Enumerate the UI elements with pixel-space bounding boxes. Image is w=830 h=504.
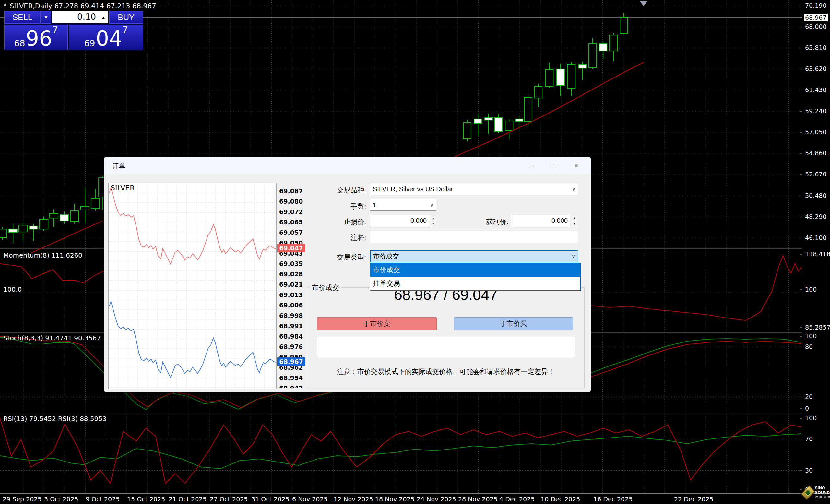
spin-down-icon[interactable]: ▼: [429, 221, 437, 227]
time-axis-label: 24 Nov 2025: [417, 496, 456, 503]
dropdown-option-market[interactable]: 市价成交: [370, 263, 580, 277]
ladder-price: 68.976: [279, 343, 303, 350]
ladder-price: 69.080: [279, 198, 303, 205]
collapse-arrow-icon[interactable]: ▲: [3, 1, 7, 7]
price-axis-label: 50.480: [805, 192, 826, 199]
time-axis-label: 31 Oct 2025: [251, 496, 289, 503]
candle-body: [81, 207, 89, 210]
ladder-price: 69.028: [279, 271, 303, 278]
ask-price-box[interactable]: 69 04 7: [69, 25, 143, 50]
candle-body: [485, 118, 492, 120]
one-click-trade-panel: SELL ▼ ▲ BUY 68 96 7 69 04 7: [4, 11, 143, 50]
minimize-button[interactable]: –: [522, 157, 542, 175]
comment-input[interactable]: [370, 230, 578, 243]
sell-by-market-button[interactable]: 于市价卖: [317, 317, 437, 330]
symbol-select-value: SILVER, Silver vs US Dollar: [373, 186, 453, 193]
ask-price-badge: 69.047: [277, 244, 305, 252]
price-axis-label: 46.100: [805, 234, 826, 241]
dialog-titlebar[interactable]: 订单 – □ ×: [104, 157, 591, 175]
price-axis[interactable]: 70.19068.96768.00065.81063.62061.43059.2…: [802, 0, 830, 493]
price-axis-label: 48.290: [805, 213, 826, 220]
ask-big: 04: [96, 30, 122, 48]
candle-body: [545, 70, 553, 87]
takeprofit-spin-buttons[interactable]: ▲ ▼: [570, 215, 578, 227]
time-axis-label: 12 Nov 2025: [333, 496, 373, 503]
order-type-value: 市价成交: [373, 252, 399, 261]
candle-body: [515, 119, 523, 122]
stoch-indicator-label: Stoch(8,3,3) 91.4741 90.3567: [3, 334, 101, 342]
takeprofit-spinner[interactable]: 0.000 ▲ ▼: [511, 215, 578, 227]
sell-button[interactable]: SELL: [4, 11, 40, 24]
order-type-field-label: 交易类型:: [314, 253, 366, 262]
time-axis-label: 16 Dec 2025: [593, 496, 633, 503]
order-result-box: [317, 336, 575, 358]
close-button[interactable]: ×: [566, 157, 586, 175]
candle-body: [463, 123, 471, 139]
price-axis-label: 59.240: [805, 107, 826, 115]
dialog-title: 订单: [112, 161, 125, 170]
candle-body: [91, 198, 99, 209]
order-type-select[interactable]: 市价成交 ∨: [370, 250, 578, 262]
candle-body: [599, 44, 607, 51]
candle-body: [19, 225, 27, 232]
chevron-down-icon: ∨: [572, 253, 575, 259]
time-axis-label: 22 Dec 2025: [674, 496, 713, 503]
current-price-tag: 68.967: [804, 13, 828, 22]
ladder-price: 69.006: [279, 302, 303, 309]
time-axis-label: 27 Oct 2025: [210, 496, 248, 503]
buy-button[interactable]: BUY: [109, 11, 143, 24]
buy-by-market-button[interactable]: 于市价买: [454, 317, 573, 330]
candle-body: [9, 229, 17, 232]
time-axis-label: 10 Dec 2025: [541, 496, 580, 503]
volume-dropdown-icon[interactable]: ▼: [41, 11, 51, 24]
ladder-price: 68.991: [279, 322, 303, 329]
order-dialog: 订单 – □ × SILVER 69.047 68.967 69.08769.0…: [104, 157, 591, 392]
price-axis-label: 70: [805, 435, 813, 442]
bid-price-box[interactable]: 68 96 7: [4, 25, 68, 50]
time-axis[interactable]: 29 Sep 20253 Oct 20259 Oct 202515 Oct 20…: [0, 493, 830, 504]
groupbox-label: 市价成交: [310, 283, 341, 292]
volume-select[interactable]: 1 ∨: [370, 199, 437, 211]
volume-select-value: 1: [373, 201, 376, 209]
dropdown-option-pending[interactable]: 挂单交易: [370, 277, 580, 290]
bid-sup: 7: [52, 26, 58, 35]
time-axis-label: 6 Nov 2025: [292, 496, 328, 503]
ladder-price: 69.087: [279, 187, 303, 195]
symbol-select[interactable]: SILVER, Silver vs US Dollar ∨: [370, 183, 578, 195]
candle-body: [39, 219, 48, 229]
ladder-price: 69.065: [279, 219, 303, 226]
trading-terminal: ▲ SILVER,Daily 67.278 69.414 67.213 68.9…: [0, 0, 830, 504]
volume-up-icon[interactable]: ▲: [99, 11, 108, 24]
price-axis-label: 65.810: [805, 44, 826, 51]
logo-text: SiNO SOUND 汉声集团: [815, 486, 830, 500]
candle-body: [0, 229, 7, 238]
ladder-price: 68.947: [279, 385, 303, 388]
stoploss-spinner[interactable]: 0.000 ▲ ▼: [370, 215, 437, 227]
candle-body: [620, 17, 628, 33]
time-axis-label: 9 Oct 2025: [86, 496, 120, 503]
stoploss-spin-buttons[interactable]: ▲ ▼: [429, 215, 437, 227]
takeprofit-value: 0.000: [551, 217, 568, 224]
symbol-field-label: 交易品种:: [314, 186, 366, 195]
spin-up-icon[interactable]: ▲: [570, 215, 578, 221]
time-axis-label: 21 Oct 2025: [168, 496, 206, 503]
takeprofit-field-label: 获利价:: [456, 217, 508, 226]
candle-body: [474, 119, 482, 123]
price-axis-label: 100: [805, 286, 817, 293]
bid-prefix: 68: [14, 39, 25, 48]
price-axis-label: 61.430: [805, 86, 826, 93]
ladder-price: 69.035: [279, 260, 303, 267]
maximize-button[interactable]: □: [544, 157, 564, 175]
tick-bid-line: [109, 302, 276, 378]
candle-body: [70, 211, 79, 222]
ladder-price: 68.984: [279, 333, 303, 340]
candle-body: [505, 121, 513, 131]
time-axis-label: 28 Nov 2025: [458, 496, 498, 503]
execution-note: 注意：市价交易模式下的实际成交价格，可能会和请求价格有一定差异！: [308, 367, 584, 376]
volume-input[interactable]: [52, 11, 99, 23]
spin-down-icon[interactable]: ▼: [570, 221, 578, 227]
ask-prefix: 69: [84, 39, 95, 48]
momentum-level-label: 100.0: [3, 285, 22, 293]
ladder-price: 68.954: [279, 374, 303, 381]
spin-up-icon[interactable]: ▲: [429, 215, 437, 221]
